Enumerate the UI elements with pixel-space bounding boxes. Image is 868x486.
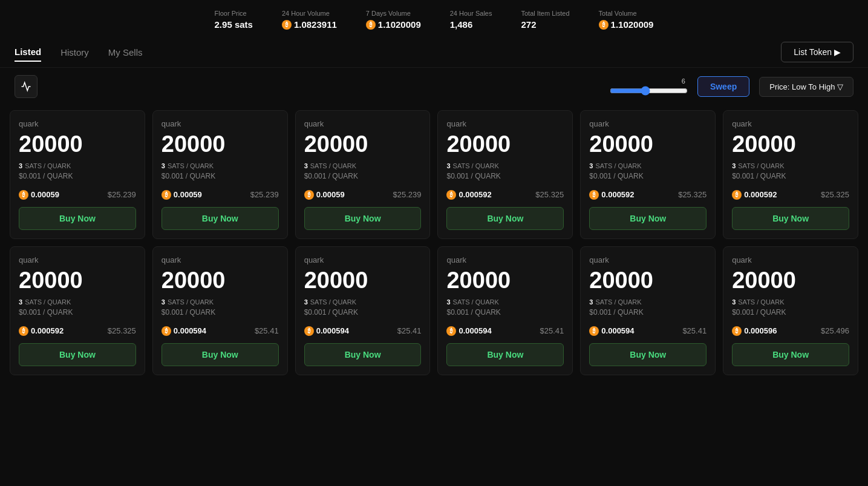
- card-amount: 20000: [162, 268, 279, 294]
- card-btc-price: ₿ 0.000592: [19, 326, 64, 336]
- card-btc-value: 0.000592: [744, 190, 777, 199]
- card-amount: 20000: [19, 268, 136, 294]
- card-btc-price: ₿ 0.000592: [589, 190, 634, 200]
- buy-now-button[interactable]: Buy Now: [19, 343, 136, 366]
- card-sats-num: 3: [304, 298, 308, 306]
- buy-now-button[interactable]: Buy Now: [589, 207, 706, 230]
- chart-button[interactable]: [15, 75, 38, 98]
- card-item: quark 20000 3 SATS / QUARK $0.001 / QUAR…: [580, 246, 716, 375]
- card-token-name: quark: [446, 119, 564, 128]
- card-item: quark 20000 3 SATS / QUARK $0.001 / QUAR…: [152, 110, 288, 239]
- stat-value: ₿1.0823911: [282, 19, 337, 30]
- tab-history[interactable]: History: [60, 44, 89, 61]
- card-usd-price: $25.325: [678, 190, 706, 199]
- card-usd-price: $25.325: [108, 326, 136, 335]
- card-sats-row: 3 SATS / QUARK: [732, 162, 849, 169]
- card-sats-unit: SATS / QUARK: [310, 162, 356, 169]
- stat-item: Total Volume₿1.1020009: [599, 10, 654, 30]
- card-btc-price: ₿ 0.00059: [19, 190, 59, 200]
- list-token-button[interactable]: List Token ▶: [781, 42, 853, 62]
- sweep-button[interactable]: Sweep: [697, 76, 749, 97]
- card-btc-value: 0.000594: [458, 326, 491, 335]
- stat-item: 24 Hour Volume₿1.0823911: [282, 10, 337, 30]
- buy-now-button[interactable]: Buy Now: [162, 343, 279, 366]
- card-btc-value: 0.000594: [601, 326, 634, 335]
- buy-now-button[interactable]: Buy Now: [446, 207, 564, 230]
- buy-now-button[interactable]: Buy Now: [304, 343, 422, 366]
- slider-container: 6: [610, 77, 688, 96]
- card-sats-unit: SATS / QUARK: [453, 162, 499, 169]
- sort-button[interactable]: Price: Low To High ▽: [759, 77, 853, 97]
- card-dollar-price: $0.001 / QUARK: [304, 172, 422, 180]
- card-amount: 20000: [732, 132, 849, 157]
- card-dollar-price: $0.001 / QUARK: [19, 308, 136, 317]
- card-token-name: quark: [732, 255, 849, 264]
- btc-icon: ₿: [589, 326, 599, 336]
- card-price-row: ₿ 0.00059 $25.239: [162, 190, 279, 200]
- card-usd-price: $25.41: [255, 326, 279, 335]
- card-sats-unit: SATS / QUARK: [595, 298, 641, 306]
- stat-label: 24 Hour Sales: [450, 10, 492, 17]
- stat-label: Floor Price: [215, 10, 247, 17]
- stat-value: 272: [521, 19, 536, 30]
- card-btc-price: ₿ 0.000592: [732, 190, 777, 200]
- card-sats-unit: SATS / QUARK: [738, 298, 784, 306]
- card-amount: 20000: [446, 268, 564, 294]
- card-sats-row: 3 SATS / QUARK: [732, 298, 849, 306]
- card-dollar-price: $0.001 / QUARK: [304, 308, 422, 317]
- card-price-row: ₿ 0.000594 $25.41: [446, 326, 564, 336]
- card-usd-price: $25.325: [821, 190, 849, 199]
- card-btc-value: 0.000596: [744, 326, 777, 335]
- card-amount: 20000: [732, 268, 849, 294]
- card-token-name: quark: [19, 119, 136, 128]
- buy-now-button[interactable]: Buy Now: [304, 207, 422, 230]
- buy-now-button[interactable]: Buy Now: [446, 343, 564, 366]
- btc-icon: ₿: [304, 326, 314, 336]
- card-usd-price: $25.239: [393, 190, 421, 199]
- card-sats-unit: SATS / QUARK: [595, 162, 641, 169]
- grid-size-slider[interactable]: [610, 86, 688, 96]
- card-btc-value: 0.000592: [458, 190, 491, 199]
- tab-my-sells[interactable]: My Sells: [108, 44, 143, 61]
- buy-now-button[interactable]: Buy Now: [19, 207, 136, 230]
- card-btc-value: 0.000592: [601, 190, 634, 199]
- card-usd-price: $25.496: [821, 326, 849, 335]
- card-token-name: quark: [19, 255, 136, 264]
- card-usd-price: $25.239: [108, 190, 136, 199]
- btc-icon: ₿: [162, 190, 171, 200]
- btc-icon: ₿: [162, 326, 171, 336]
- card-dollar-price: $0.001 / QUARK: [446, 308, 564, 317]
- card-token-name: quark: [732, 119, 849, 128]
- card-sats-num: 3: [162, 162, 165, 169]
- card-item: quark 20000 3 SATS / QUARK $0.001 / QUAR…: [723, 246, 858, 375]
- buy-now-button[interactable]: Buy Now: [732, 207, 849, 230]
- card-btc-value: 0.000594: [174, 326, 206, 335]
- buy-now-button[interactable]: Buy Now: [589, 343, 706, 366]
- card-price-row: ₿ 0.000594 $25.41: [589, 326, 706, 336]
- card-dollar-price: $0.001 / QUARK: [732, 308, 849, 317]
- tab-listed[interactable]: Listed: [15, 43, 41, 62]
- btc-icon: ₿: [732, 326, 742, 336]
- stat-item: Total Item Listed272: [521, 10, 569, 30]
- card-item: quark 20000 3 SATS / QUARK $0.001 / QUAR…: [295, 246, 431, 375]
- btc-icon: ₿: [732, 190, 742, 200]
- card-dollar-price: $0.001 / QUARK: [162, 308, 279, 317]
- card-sats-unit: SATS / QUARK: [168, 298, 214, 306]
- card-item: quark 20000 3 SATS / QUARK $0.001 / QUAR…: [10, 110, 145, 239]
- card-amount: 20000: [446, 132, 564, 157]
- card-sats-num: 3: [304, 162, 308, 169]
- card-price-row: ₿ 0.000596 $25.496: [732, 326, 849, 336]
- btc-icon: ₿: [19, 190, 28, 200]
- buy-now-button[interactable]: Buy Now: [732, 343, 849, 366]
- card-amount: 20000: [589, 132, 706, 157]
- card-token-name: quark: [589, 119, 706, 128]
- card-sats-row: 3 SATS / QUARK: [589, 162, 706, 169]
- card-amount: 20000: [19, 132, 136, 157]
- card-token-name: quark: [162, 255, 279, 264]
- stat-item: 7 Days Volume₿1.1020009: [366, 10, 421, 30]
- card-sats-num: 3: [589, 162, 593, 169]
- buy-now-button[interactable]: Buy Now: [162, 207, 279, 230]
- card-token-name: quark: [589, 255, 706, 264]
- card-amount: 20000: [589, 268, 706, 294]
- card-sats-row: 3 SATS / QUARK: [304, 162, 422, 169]
